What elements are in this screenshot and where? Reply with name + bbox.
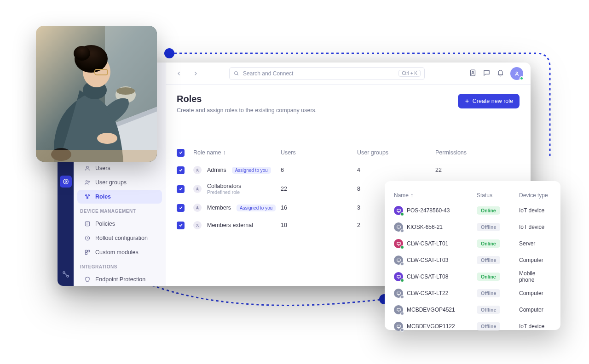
page-header: Roles Create and assign roles to the exi…: [166, 85, 531, 118]
status-badge: Offline: [477, 306, 500, 314]
device-row[interactable]: CLW-CSAT-LT01OnlineServer: [394, 235, 551, 252]
row-checkbox[interactable]: [177, 204, 185, 212]
device-type: Computer: [519, 307, 551, 313]
role-icon: [193, 221, 202, 229]
role-icon: [193, 185, 202, 193]
device-icon: [394, 256, 403, 265]
sort-arrow-icon: ↑: [223, 149, 225, 156]
role-icon: [193, 204, 202, 212]
rollout-icon: [84, 234, 91, 242]
sidebar-item-label: Users: [95, 165, 110, 171]
device-row[interactable]: POS-2478560-43OnlineIoT device: [394, 202, 551, 219]
svg-rect-36: [397, 226, 400, 228]
select-all-checkbox[interactable]: [177, 149, 185, 157]
role-name: Collaborators: [207, 183, 241, 189]
svg-point-30: [516, 72, 518, 74]
users-icon: [84, 165, 91, 172]
rail-team-icon[interactable]: [60, 176, 72, 188]
assigned-badge: Assigned to you: [237, 205, 276, 211]
status-badge: Online: [477, 273, 500, 281]
svg-point-29: [472, 71, 474, 73]
svg-point-18: [88, 181, 89, 182]
device-type: Computer: [519, 290, 551, 296]
sidebar-item-custom-modules[interactable]: Custom modules: [77, 245, 162, 259]
sidebar-section-device: DEVICE MANAGEMENT: [74, 204, 166, 216]
svg-point-31: [197, 169, 198, 171]
device-row[interactable]: KIOSK-656-21OfflineIoT device: [394, 219, 551, 235]
sidebar-item-user-groups[interactable]: User groups: [77, 176, 162, 189]
device-row[interactable]: CLW-CSAT-LT08OnlineMobile phone: [394, 268, 551, 285]
svg-rect-39: [397, 275, 400, 278]
svg-point-8: [116, 87, 135, 95]
sidebar-item-users[interactable]: Users: [77, 161, 162, 175]
device-name: POS-2478560-43: [407, 207, 450, 214]
col-users[interactable]: Users: [281, 149, 357, 156]
sidebar-item-endpoint-protection[interactable]: Endpoint Protection: [77, 273, 162, 286]
svg-point-16: [87, 166, 88, 168]
status-badge: Offline: [477, 256, 500, 264]
status-badge: Online: [477, 239, 500, 248]
table-row[interactable]: Admins Assigned to you 6 4 22: [177, 161, 520, 179]
device-icon: [394, 206, 403, 215]
modules-icon: [84, 249, 91, 256]
contacts-icon[interactable]: [469, 69, 478, 78]
hero-photo: [36, 26, 157, 162]
sidebar-item-label: Policies: [95, 221, 115, 227]
nav-back-button[interactable]: [173, 68, 185, 80]
device-type: IoT device: [519, 207, 551, 214]
sidebar-item-rollout[interactable]: Rollout configuration: [77, 231, 162, 245]
svg-rect-11: [36, 150, 157, 162]
sidebar-item-roles[interactable]: Roles: [77, 190, 162, 204]
chat-icon[interactable]: [483, 69, 492, 78]
device-name: MCBDEVGOP4521: [407, 307, 455, 313]
page-title: Roles: [177, 94, 317, 104]
device-row[interactable]: CLW-CSAT-LT03OfflineComputer: [394, 252, 551, 268]
devices-panel: Name↑ Status Device type POS-2478560-43O…: [385, 181, 560, 330]
device-name: CLW-CSAT-LT22: [407, 290, 448, 296]
svg-rect-37: [397, 242, 400, 245]
create-role-button[interactable]: Create new role: [458, 94, 520, 108]
search-input[interactable]: Search and Connect Ctrl + K: [229, 67, 425, 80]
col-status[interactable]: Status: [477, 192, 519, 199]
sidebar-section-integrations: INTEGRATIONS: [74, 260, 166, 272]
device-type: IoT device: [519, 323, 551, 330]
search-icon: [233, 70, 239, 76]
device-row[interactable]: MCBDEVGOP1122OfflineIoT device: [394, 318, 551, 335]
nav-forward-button[interactable]: [190, 68, 202, 80]
device-row[interactable]: CLW-CSAT-LT22OfflineComputer: [394, 285, 551, 301]
row-checkbox[interactable]: [177, 185, 185, 193]
role-icon: [193, 166, 202, 174]
col-permissions[interactable]: Permissions: [435, 149, 504, 156]
row-checkbox[interactable]: [177, 166, 185, 174]
search-placeholder: Search and Connect: [243, 70, 293, 77]
rail-connect-icon[interactable]: [61, 269, 71, 279]
sidebar-item-policies[interactable]: Policies: [77, 217, 162, 231]
col-device-type[interactable]: Device type: [519, 192, 551, 199]
svg-rect-35: [397, 209, 400, 211]
svg-point-32: [197, 188, 198, 189]
svg-rect-26: [85, 253, 87, 255]
col-name[interactable]: Name↑: [394, 192, 477, 199]
bell-icon[interactable]: [497, 69, 506, 78]
device-row[interactable]: MCBDEVGOP4521OfflineComputer: [394, 301, 551, 318]
role-subtitle: Predefined role: [207, 189, 241, 195]
status-badge: Offline: [477, 289, 500, 297]
policies-icon: [84, 220, 91, 228]
device-type: IoT device: [519, 224, 551, 230]
device-icon: [394, 222, 403, 232]
svg-rect-24: [85, 250, 87, 252]
svg-point-33: [197, 207, 198, 208]
row-checkbox[interactable]: [177, 222, 185, 229]
cell-users: 16: [281, 205, 357, 211]
device-name: CLW-CSAT-LT01: [407, 240, 448, 247]
role-name: Members external: [207, 222, 253, 228]
cell-users: 22: [281, 186, 357, 192]
device-name: CLW-CSAT-LT08: [407, 273, 448, 280]
svg-rect-41: [397, 308, 400, 311]
avatar[interactable]: [510, 67, 523, 80]
col-role-name[interactable]: Role name↑: [193, 149, 281, 156]
svg-rect-25: [88, 250, 90, 252]
shield-icon: [84, 276, 91, 283]
col-user-groups[interactable]: User groups: [357, 149, 435, 156]
sidebar-item-label: Custom modules: [95, 249, 139, 256]
